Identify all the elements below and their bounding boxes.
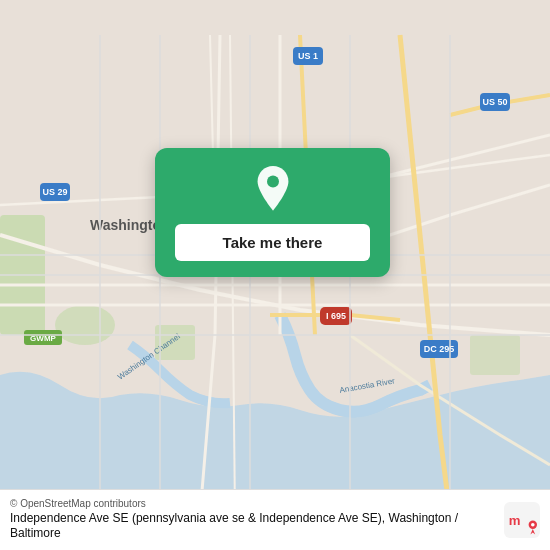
cta-card: Take me there: [155, 148, 390, 277]
svg-point-35: [531, 523, 535, 527]
info-bar: © OpenStreetMap contributors Independenc…: [0, 489, 550, 550]
address-text: Independence Ave SE (pennsylvania ave se…: [10, 511, 494, 542]
location-pin-icon: [249, 166, 297, 214]
svg-rect-5: [470, 335, 520, 375]
svg-text:US 1: US 1: [298, 51, 318, 61]
moovit-logo-icon: m: [504, 502, 540, 538]
take-me-there-button[interactable]: Take me there: [175, 224, 370, 261]
map-container: US 1 US 50 US 29 US 1 DC 295 I 695 GWMP …: [0, 0, 550, 550]
svg-text:I 695: I 695: [326, 311, 346, 321]
info-text: © OpenStreetMap contributors Independenc…: [10, 498, 494, 542]
moovit-logo: m: [504, 502, 540, 538]
svg-point-31: [267, 175, 279, 187]
svg-point-3: [55, 305, 115, 345]
attribution-text: © OpenStreetMap contributors: [10, 498, 494, 509]
svg-text:US 50: US 50: [482, 97, 507, 107]
svg-text:m: m: [509, 513, 521, 528]
svg-text:US 29: US 29: [42, 187, 67, 197]
